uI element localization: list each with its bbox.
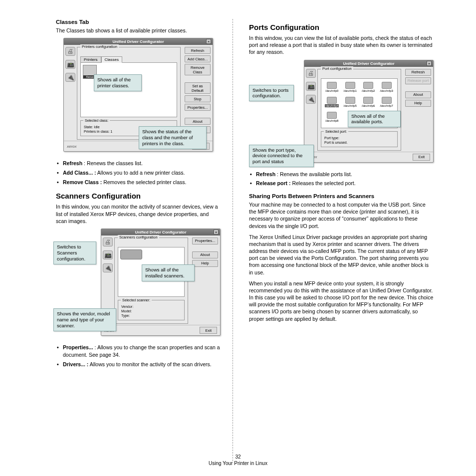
help-button[interactable]: Help [192, 260, 218, 267]
line-port-type: Port type: [324, 136, 394, 140]
port-item[interactable]: /dev/mfp6 [360, 97, 377, 110]
about-button[interactable]: About [405, 91, 431, 98]
port-icon[interactable]: 🔌 [103, 263, 113, 272]
group-title: Port configuration [321, 66, 353, 71]
line-type: Type: [121, 313, 181, 318]
sharing-p2: The Xerox Unified Linux Driver package p… [249, 234, 434, 276]
list-item: Remove Class : Removes the selected prin… [56, 179, 221, 186]
scanner-icon[interactable]: 📠 [306, 82, 316, 91]
list-item: Release port : Releases the selected por… [249, 180, 434, 187]
selected-class-title: Selected class: [83, 118, 110, 123]
close-icon[interactable]: × [214, 230, 219, 235]
app-title-text: Unified Driver Configurator [112, 39, 164, 44]
properties-button[interactable]: Properties... [185, 104, 211, 111]
port-item[interactable]: /dev/mfp8 [323, 112, 341, 125]
app-title-text: Unified Driver Configurator [343, 61, 394, 66]
port-item[interactable]: /dev/mfp1 [342, 82, 359, 95]
page-footer: 32 Using Your Printer in Linux [0, 454, 476, 466]
about-button[interactable]: About [192, 251, 218, 258]
list-item: Refresh : Renews the available ports lis… [249, 171, 434, 178]
list-item: Add Class... : Allows you to add a new p… [56, 169, 221, 177]
line-vendor: Vendor: [121, 304, 181, 309]
xerox-logo: xerox [67, 144, 77, 149]
port-item[interactable]: /dev/mfp7 [378, 97, 396, 110]
port-item[interactable]: /dev/mfp3 [378, 82, 396, 95]
release-port-button[interactable]: Release port [405, 77, 431, 84]
callout-classes-status: Shows the status of the class and the nu… [139, 126, 207, 149]
group-title: Scanners configuration [118, 235, 159, 239]
line-model: Model: [121, 309, 181, 313]
callout-available-ports: Shows all of the available ports. [348, 111, 401, 128]
callout-installed-scanners: Shows all of the installed scanners. [142, 264, 195, 281]
list-item: Drivers... : Allows you to monitor the a… [56, 361, 221, 368]
classes-intro: The Classes tab shows a list of availabl… [56, 27, 221, 34]
tab-printers[interactable]: Printers [80, 56, 101, 63]
page-number: 32 [0, 454, 476, 460]
remove-class-button[interactable]: Remove Class [185, 64, 211, 75]
refresh-button[interactable]: Refresh [405, 69, 431, 76]
scanners-app: Unified Driver Configurator × 🖨 📠 🔌 Scan… [101, 229, 221, 336]
printer-icon[interactable]: 🖨 [306, 69, 316, 78]
port-icon[interactable]: 🔌 [65, 73, 75, 82]
port-item[interactable]: /dev/mfp4 [323, 97, 341, 110]
close-icon[interactable]: × [206, 39, 211, 44]
printer-icon[interactable]: 🖨 [65, 47, 75, 56]
sharing-heading: Sharing Ports Between Printers and Scann… [249, 193, 434, 199]
help-button[interactable]: Help [405, 100, 431, 107]
callout-port-status: Shows the port type, device connected to… [249, 145, 314, 168]
selected-scanner-title: Selected scanner: [121, 298, 152, 302]
app-title-text: Unified Driver Configurator [135, 230, 186, 235]
scanners-intro: In this window, you can monitor the acti… [56, 203, 221, 225]
add-class-button[interactable]: Add Class... [185, 55, 211, 62]
sharing-p3: When you install a new MFP device onto y… [249, 280, 434, 322]
properties-button[interactable]: Properties... [192, 238, 218, 244]
ports-intro: In this window, you can view the list of… [249, 34, 434, 56]
list-item: Refresh : Renews the classes list. [56, 160, 221, 167]
scanners-bullets: Properties... : Allows you to change the… [56, 344, 221, 368]
classes-app: Unified Driver Configurator × 🖨 📠 🔌 Prin… [63, 38, 213, 152]
exit-button[interactable]: Exit [200, 327, 217, 334]
ports-bullets: Refresh : Renews the available ports lis… [249, 171, 434, 187]
callout-switch-scanners: Switches to Scanners configuration. [53, 241, 96, 264]
stop-button[interactable]: Stop [185, 95, 211, 102]
selected-port-title: Selected port: [324, 129, 348, 134]
classes-tab-heading: Classes Tab [56, 19, 221, 25]
port-item[interactable]: /dev/mfp0 [323, 82, 341, 95]
classes-bullets: Refresh : Renews the classes list. Add C… [56, 160, 221, 186]
callout-classes-list: Shows all of the printer classes. [94, 74, 142, 91]
scanners-heading: Scanners Configuration [56, 192, 221, 200]
group-title: Printers configuration [80, 44, 119, 49]
about-button[interactable]: About [185, 118, 211, 125]
exit-button[interactable]: Exit [413, 154, 430, 161]
chapter-title: Using Your Printer in Linux [0, 461, 476, 466]
port-icon[interactable]: 🔌 [306, 95, 316, 104]
scanner-icon[interactable]: 📠 [103, 250, 113, 259]
sharing-p1: Your machine may be connected to a host … [249, 201, 434, 230]
line-port-status: Port is unused. [324, 140, 394, 145]
scanner-item[interactable] [120, 249, 142, 259]
tab-classes[interactable]: Classes [101, 56, 122, 63]
list-item: Properties... : Allows you to change the… [56, 344, 221, 358]
close-icon[interactable]: × [427, 61, 432, 66]
refresh-button[interactable]: Refresh [185, 47, 211, 54]
column-divider [233, 19, 233, 461]
set-default-button[interactable]: Set as Default [185, 82, 211, 94]
ports-heading: Ports Configuration [249, 23, 434, 31]
printer-icon[interactable]: 🖨 [103, 238, 113, 246]
port-item[interactable]: /dev/mfp2 [360, 82, 377, 95]
callout-vendor: Shows the vendor, model name and type of… [53, 308, 116, 331]
port-item[interactable]: /dev/mfp5 [342, 97, 359, 110]
scanner-icon[interactable]: 📠 [65, 60, 75, 69]
callout-switch-ports: Switches to ports configuration. [249, 85, 294, 102]
